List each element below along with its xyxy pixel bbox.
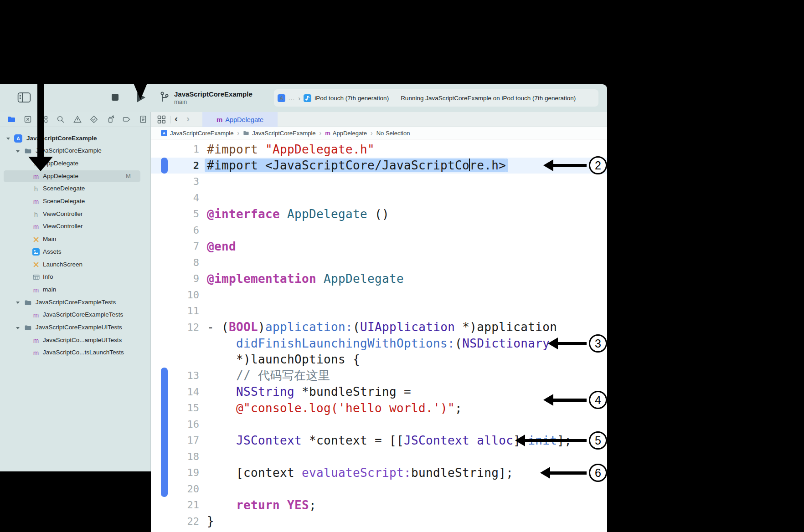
change-bar[interactable] <box>161 368 168 497</box>
breadcrumb-group[interactable]: JavaScriptCoreExample <box>252 130 315 137</box>
m-file-icon: m <box>32 311 40 319</box>
stop-button[interactable] <box>112 94 119 101</box>
file-row-viewcontroller[interactable]: mViewController <box>0 220 150 233</box>
disclosure-chevron-icon[interactable] <box>16 302 20 304</box>
m-file-icon: m <box>32 223 40 231</box>
file-row-launchscreen[interactable]: LaunchScreen <box>0 258 150 271</box>
code-line-4[interactable]: 4 <box>151 190 607 206</box>
token <box>280 207 287 221</box>
token: AppDelegate <box>324 272 404 286</box>
annotation-arrow-head <box>540 467 550 479</box>
file-row-javascriptcoreexampletests[interactable]: mJavaScriptCoreExampleTests <box>0 309 150 322</box>
code-line-19[interactable]: 19[context evaluateScript:bundleString]; <box>151 465 607 481</box>
code-line-7[interactable]: 7@end <box>151 238 607 255</box>
file-row-appdelegate[interactable]: hAppDelegate <box>0 157 150 170</box>
code-line-12[interactable]: 12- (BOOL)application:(UIApplication *)a… <box>151 319 607 336</box>
code-line-22[interactable]: 22} <box>151 513 607 530</box>
project-folder-navigator-icon[interactable] <box>7 115 16 124</box>
file-row-javascriptcoreexampletests[interactable]: JavaScriptCoreExampleTests <box>0 296 150 309</box>
report-navigator-icon[interactable] <box>139 115 148 124</box>
file-row-javascriptcoreexample[interactable]: JavaScriptCoreExample <box>0 145 150 158</box>
line-number[interactable]: 19 <box>151 467 199 478</box>
tab-appdelegate[interactable]: m AppDelegate <box>202 112 278 127</box>
code-line-15[interactable]: 15@"console.log('hello world.')"; <box>151 400 607 416</box>
file-row-javascriptcoreexampleuitests[interactable]: JavaScriptCoreExampleUITests <box>0 322 150 334</box>
test-navigator-icon[interactable] <box>89 115 98 124</box>
line-number[interactable]: 18 <box>151 451 199 462</box>
scheme-selector[interactable]: JavaScriptCoreExample main <box>160 88 253 108</box>
line-number[interactable]: 21 <box>151 499 199 511</box>
chevron-separator-icon: › <box>371 129 373 137</box>
breadcrumb-selection[interactable]: No Selection <box>376 130 410 137</box>
line-number[interactable]: 11 <box>151 305 199 317</box>
chevron-separator-icon: › <box>298 94 300 102</box>
file-row-assets[interactable]: Assets <box>0 246 150 258</box>
line-number[interactable]: 4 <box>151 192 199 204</box>
line-number[interactable]: 3 <box>151 176 199 187</box>
file-row-javascriptcoreexample[interactable]: AJavaScriptCoreExample <box>0 132 150 145</box>
code-line-18[interactable]: 18 <box>151 449 607 465</box>
issue-navigator-icon[interactable] <box>73 115 82 124</box>
disclosure-chevron-icon[interactable] <box>16 327 20 329</box>
line-number[interactable]: 20 <box>151 483 199 495</box>
line-number[interactable]: 8 <box>151 257 199 268</box>
token: @interface <box>207 207 280 221</box>
related-items-grid-icon[interactable] <box>157 115 166 124</box>
breadcrumb-file[interactable]: AppDelegate <box>333 130 367 137</box>
file-row-scenedelegate[interactable]: mSceneDelegate <box>0 195 150 208</box>
code-line-3[interactable]: 3 <box>151 174 607 190</box>
code-line-wrap[interactable]: didFinishLaunchingWithOptions:(NSDiction… <box>151 335 607 352</box>
line-number[interactable]: 9 <box>151 273 199 284</box>
line-number[interactable]: 7 <box>151 240 199 252</box>
file-row-javascriptco-ampleuitests[interactable]: mJavaScriptCo...ampleUITests <box>0 334 150 347</box>
file-row-appdelegate[interactable]: mAppDelegateM <box>0 170 150 183</box>
code-line-1[interactable]: 1#import "AppDelegate.h" <box>151 141 607 158</box>
file-row-javascriptco-tslaunchtests[interactable]: mJavaScriptCo...tsLaunchTests <box>0 347 150 359</box>
file-row-main[interactable]: mmain <box>0 283 150 296</box>
code-line-wrap[interactable]: *)launchOptions { <box>151 352 607 368</box>
breadcrumb-project[interactable]: JavaScriptCoreExample <box>170 130 233 137</box>
change-bar[interactable] <box>161 158 168 174</box>
line-number[interactable]: 12 <box>151 322 199 333</box>
code-line-11[interactable]: 11 <box>151 303 607 319</box>
token: @end <box>207 240 236 253</box>
code-line-8[interactable]: 8 <box>151 255 607 271</box>
find-navigator-icon[interactable] <box>56 115 65 124</box>
disclosure-chevron-icon[interactable] <box>16 150 20 153</box>
line-number[interactable]: 6 <box>151 225 199 236</box>
file-row-scenedelegate[interactable]: hSceneDelegate <box>0 183 150 195</box>
debug-navigator-icon[interactable] <box>106 115 115 124</box>
breakpoint-navigator-icon[interactable] <box>122 115 131 124</box>
disclosure-chevron-icon[interactable] <box>6 138 10 140</box>
file-row-main[interactable]: Main <box>0 233 150 246</box>
chevron-separator-icon: › <box>320 129 322 137</box>
code-line-16[interactable]: 16 <box>151 416 607 433</box>
back-button[interactable]: ‹ <box>175 113 178 124</box>
code-line-14[interactable]: 14NSString *bundleString = <box>151 384 607 400</box>
line-number[interactable]: 14 <box>151 386 199 398</box>
line-number[interactable]: 1 <box>151 143 199 155</box>
line-number[interactable]: 2 <box>151 160 199 171</box>
line-number[interactable]: 17 <box>151 435 199 446</box>
file-row-viewcontroller[interactable]: hViewController <box>0 208 150 220</box>
code-line-2[interactable]: 2#import <JavaScriptCore/JavaScriptCore.… <box>151 158 607 174</box>
code-line-21[interactable]: 21return YES; <box>151 497 607 513</box>
code-line-6[interactable]: 6 <box>151 222 607 239</box>
line-number[interactable]: 5 <box>151 208 199 220</box>
code-line-10[interactable]: 10 <box>151 287 607 303</box>
code-line-9[interactable]: 9@implementation AppDelegate <box>151 271 607 287</box>
line-number[interactable]: 16 <box>151 419 199 430</box>
line-number[interactable]: 22 <box>151 516 199 527</box>
source-control-navigator-icon[interactable] <box>23 115 32 124</box>
sidebar-toggle-icon[interactable] <box>17 92 31 103</box>
line-number[interactable]: 13 <box>151 370 199 381</box>
activity-status-bar[interactable]: A ... › iPod touch (7th generation) Runn… <box>274 89 598 107</box>
line-number[interactable]: 15 <box>151 402 199 414</box>
forward-button[interactable]: › <box>186 113 190 124</box>
code-line-13[interactable]: 13// 代码写在这里 <box>151 368 607 384</box>
code-line-20[interactable]: 20 <box>151 481 607 497</box>
line-number[interactable]: 10 <box>151 289 199 301</box>
file-row-info[interactable]: Info <box>0 271 150 284</box>
code-line-5[interactable]: 5@interface AppDelegate () <box>151 206 607 222</box>
folder-icon <box>243 130 249 136</box>
